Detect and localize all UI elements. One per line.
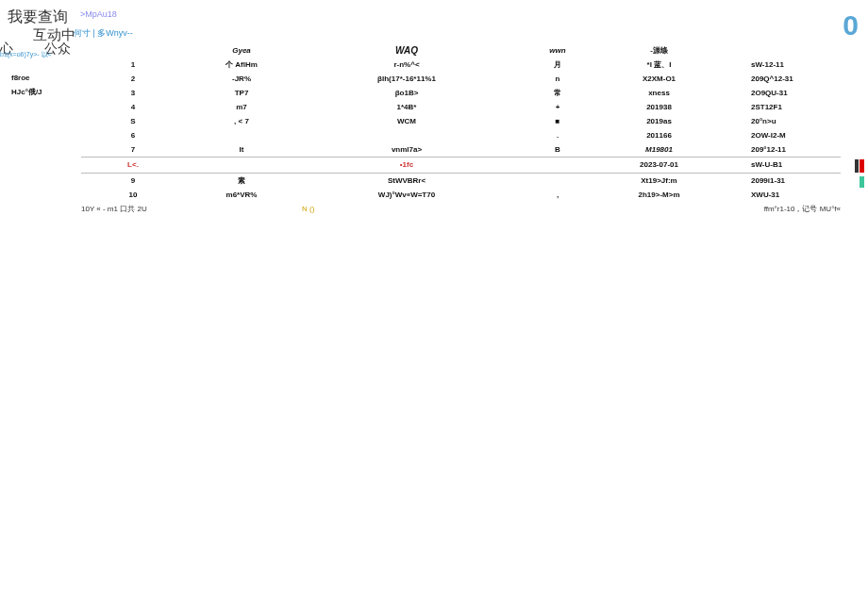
col-header: wwn <box>515 43 600 58</box>
col-header <box>81 43 185 58</box>
page-nav[interactable]: N () <box>298 202 515 216</box>
header-controls[interactable]: 何寸 | 多Wnyv-- <box>74 27 133 40</box>
table-footer: 10Y « - m1 口共 2U N () ffm°r1-10，记号 MU°f« <box>81 202 841 216</box>
table-row[interactable]: 2-JR%βIh(17*-16*11%1nX2XM-O1209Q^12-31 <box>81 72 841 86</box>
side-marker-green <box>860 176 864 188</box>
page-info: 10Y « - m1 口共 2U <box>81 202 298 216</box>
table-row[interactable]: 7Itvnml7a>BM19801209°12-11 <box>81 142 841 157</box>
data-table: Gyea WAQ wwn -源绦 1个 AflHmr-n%^<月*I 蓝、IsW… <box>81 43 831 216</box>
table-header-row: Gyea WAQ wwn -源绦 <box>81 43 841 58</box>
table-row[interactable]: 4m71*4B*+2019382ST12F1 <box>81 100 841 114</box>
sidebar-item[interactable]: f8roe <box>11 71 42 85</box>
counter-badge: 0 <box>843 9 859 41</box>
table-row[interactable]: S, < 7WCM■2019as20°n>u <box>81 114 841 128</box>
table-row[interactable]: 3TP7βo1B>常xness2O9QU-31 <box>81 86 841 100</box>
table-row[interactable]: 1个 AflHmr-n%^<月*I 蓝、IsW-12-11 <box>81 58 841 72</box>
col-header: Gyea <box>185 43 298 58</box>
small-header[interactable]: b1(x=o6)7y>- 以< <box>0 51 52 58</box>
side-marker-red <box>860 159 864 173</box>
sidebar-items: f8roe HJc°俄/J <box>11 71 42 99</box>
table-row[interactable]: 9素StWVBRr<Xt19>Jf:m2099i1-31 <box>81 173 841 188</box>
col-header: WAQ <box>298 43 515 58</box>
col-header: -源绦 <box>600 43 718 58</box>
brand-title: 我要查询 <box>8 8 68 27</box>
sidebar-item[interactable]: HJc°俄/J <box>11 85 42 99</box>
side-marker-dark <box>855 159 859 173</box>
col-header <box>718 43 841 58</box>
table-row-highlight[interactable]: L<.•1fc2023-07-01sW-U-B1 <box>81 157 841 173</box>
record-count: ffm°r1-10，记号 MU°f« <box>718 202 841 216</box>
table-row[interactable]: 6.2011662OW-I2-M <box>81 128 841 142</box>
breadcrumb[interactable]: >MpAu18 <box>80 9 117 19</box>
table-row[interactable]: 10m6*VR%WJ)°Wv«W=T70,2h19>-M>mXWU-31 <box>81 188 841 202</box>
